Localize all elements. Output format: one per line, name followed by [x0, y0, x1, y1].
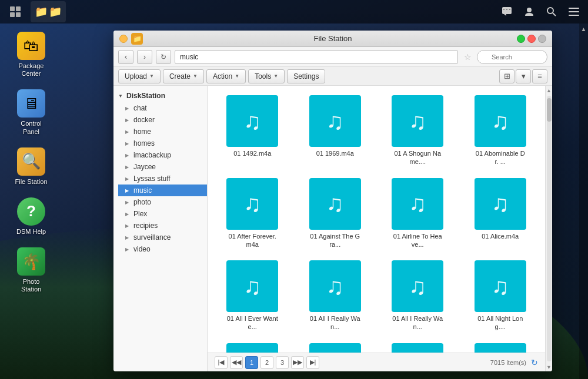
file-item-14[interactable]: ♫ — [380, 341, 456, 353]
file-item-3[interactable]: ♫ 01 Abominable Dr. ... — [463, 93, 539, 169]
file-thumb-6: ♫ — [392, 178, 443, 230]
window-scroll-down[interactable]: ▼ — [544, 363, 552, 371]
taskbar-left: 📁 📁 — [5, 1, 66, 22]
sidebar-root-diskstation[interactable]: ▼ DiskStation — [113, 89, 207, 102]
photo-station-label: Photo Station — [13, 278, 49, 293]
window-scrollbar[interactable]: ▲ ▼ — [545, 86, 552, 371]
file-item-8[interactable]: ♫ 01 All I Ever Wante... — [215, 258, 290, 334]
window-titlebar: ? 📁 File Station − □ × — [113, 31, 552, 47]
file-item-15[interactable]: ♫ — [463, 341, 539, 353]
desktop-icons: 🛍 Package Center 🖥 Control Panel 🔍 File … — [11, 29, 52, 296]
view-options-button[interactable]: ▾ — [516, 69, 531, 83]
window-scroll-up[interactable]: ▲ — [544, 86, 552, 95]
control-panel-label: Control Panel — [13, 120, 49, 135]
taskbar-right — [497, 2, 583, 21]
page-3-button[interactable]: 3 — [276, 356, 289, 369]
list-view-button[interactable]: ≡ — [532, 69, 547, 83]
refresh-count-button[interactable]: ↻ — [531, 358, 538, 367]
desktop-icon-file-station[interactable]: 🔍 File Station — [11, 145, 52, 188]
sidebar-item-lyssas-stuff[interactable]: ▶ Lyssas stuff — [118, 173, 207, 185]
window-question-button[interactable]: ? — [119, 35, 128, 43]
file-item-11[interactable]: ♫ 01 All Night Long.... — [463, 258, 539, 334]
grid-icon[interactable] — [5, 1, 26, 22]
chat-icon[interactable] — [497, 2, 516, 21]
sidebar-item-imacbackup[interactable]: ▶ imacbackup — [118, 149, 207, 161]
file-thumb-1: ♫ — [309, 95, 361, 147]
sidebar-item-recipies[interactable]: ▶ recipies — [118, 220, 207, 232]
search-input[interactable] — [477, 50, 547, 64]
window-maximize-button[interactable]: □ — [527, 35, 536, 43]
desktop-icon-dsm-help[interactable]: ? DSM Help — [11, 195, 52, 238]
user-icon[interactable] — [520, 2, 539, 21]
sidebar-item-homes[interactable]: ▶ homes — [118, 137, 207, 149]
sidebar-photo-label: photo — [133, 198, 151, 206]
page-last-button[interactable]: ▶| — [306, 356, 319, 369]
sidebar-root-label: DiskStation — [126, 92, 165, 100]
music-note-icon-2: ♫ — [409, 108, 426, 135]
music-note-icon-4: ♫ — [243, 190, 261, 217]
desktop-icon-control-panel[interactable]: 🖥 Control Panel — [11, 87, 52, 137]
page-2-button[interactable]: 2 — [260, 356, 273, 369]
window-minimize-button[interactable]: − — [517, 35, 525, 43]
taskbar-file-station[interactable]: 📁 📁 — [31, 1, 66, 22]
create-caret: ▼ — [193, 73, 198, 79]
sidebar-item-docker[interactable]: ▶ docker — [118, 114, 207, 126]
sidebar-item-music[interactable]: ▶ music — [118, 185, 207, 196]
grid-view-button[interactable]: ⊞ — [499, 69, 514, 83]
file-item-12[interactable]: ♫ — [215, 341, 290, 353]
sidebar-item-home[interactable]: ▶ home — [118, 126, 207, 137]
file-item-6[interactable]: ♫ 01 Airline To Heave... — [380, 176, 456, 251]
svg-rect-2 — [10, 12, 15, 17]
sidebar-item-surveillance[interactable]: ▶ surveillance — [118, 232, 207, 243]
view-buttons: ⊞ ▾ ≡ — [499, 69, 547, 83]
file-item-7[interactable]: ♫ 01 Alice.m4a — [463, 176, 539, 251]
scroll-track[interactable] — [547, 96, 552, 361]
window-close-button[interactable]: × — [538, 35, 546, 43]
page-next-button[interactable]: ▶▶ — [291, 356, 304, 369]
create-button[interactable]: Create ▼ — [163, 69, 204, 83]
sidebar-item-jaycee[interactable]: ▶ Jaycee — [118, 161, 207, 173]
file-item-2[interactable]: ♫ 01 A Shogun Name.... — [380, 93, 456, 169]
action-label: Action — [213, 72, 232, 81]
file-item-9[interactable]: ♫ 01 All I Really Wan... — [298, 258, 373, 334]
file-name-3: 01 Abominable Dr. ... — [475, 149, 526, 166]
bookmark-button[interactable]: ☆ — [462, 50, 473, 64]
sidebar-item-photo[interactable]: ▶ photo — [118, 196, 207, 208]
file-item-1[interactable]: ♫ 01 1969.m4a — [298, 93, 373, 169]
settings-button[interactable]: Settings — [287, 69, 325, 83]
svg-rect-14 — [569, 15, 579, 16]
sidebar-item-chat[interactable]: ▶ chat — [118, 102, 207, 114]
forward-button[interactable]: › — [137, 50, 152, 64]
desktop-icon-photo-station[interactable]: 🌴 Photo Station — [11, 245, 52, 296]
upload-button[interactable]: Upload ▼ — [118, 69, 161, 83]
file-name-5: 01 Against The Gra... — [309, 232, 361, 249]
music-note-icon-11: ♫ — [492, 273, 509, 300]
sidebar-item-video[interactable]: ▶ video — [118, 243, 207, 255]
menu-icon[interactable] — [564, 2, 583, 21]
file-item-13[interactable]: ♫ — [298, 341, 373, 353]
file-item-5[interactable]: ♫ 01 Against The Gra... — [298, 176, 373, 251]
page-prev-button[interactable]: ◀◀ — [230, 356, 243, 369]
file-item-4[interactable]: ♫ 01 After Forever.m4a — [215, 176, 290, 251]
scroll-thumb[interactable] — [547, 98, 552, 122]
page-first-button[interactable]: |◀ — [215, 356, 228, 369]
refresh-button[interactable]: ↻ — [156, 50, 171, 64]
file-name-4: 01 After Forever.m4a — [226, 232, 278, 249]
scroll-up-arrow[interactable]: ▲ — [579, 25, 588, 33]
recipies-caret-icon: ▶ — [125, 223, 132, 229]
sidebar-surveillance-label: surveillance — [133, 233, 171, 242]
surveillance-caret-icon: ▶ — [125, 235, 132, 240]
tools-button[interactable]: Tools ▼ — [248, 69, 285, 83]
action-button[interactable]: Action ▼ — [206, 69, 246, 83]
desktop-icon-package-center[interactable]: 🛍 Package Center — [11, 29, 52, 80]
back-button[interactable]: ‹ — [118, 50, 133, 64]
desktop-scrollbar[interactable]: ▲ ▼ — [579, 24, 588, 379]
sidebar-video-label: video — [133, 245, 151, 253]
sidebar-chat-label: chat — [133, 104, 147, 112]
search-icon[interactable] — [542, 2, 561, 21]
file-item-10[interactable]: ♫ 01 All I Really Wan... — [380, 258, 456, 334]
sidebar-item-plex[interactable]: ▶ Plex — [118, 208, 207, 220]
address-bar[interactable] — [175, 50, 458, 64]
file-item-0[interactable]: ♫ 01 1492.m4a — [215, 93, 290, 169]
page-1-button[interactable]: 1 — [245, 356, 258, 369]
